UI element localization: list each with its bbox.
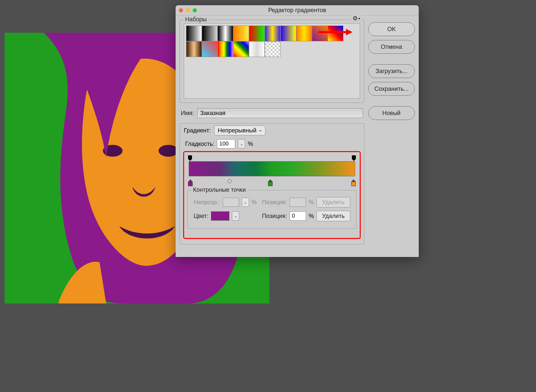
color-position-input[interactable] bbox=[290, 211, 306, 221]
presets-legend: Наборы bbox=[183, 16, 209, 23]
gear-icon[interactable]: ⚙ bbox=[353, 15, 358, 22]
opacity-label: Непрозр.: bbox=[194, 199, 220, 206]
minimize-icon[interactable] bbox=[186, 8, 190, 12]
preset-swatch[interactable] bbox=[233, 41, 249, 57]
load-button[interactable]: Загрузить... bbox=[368, 64, 415, 78]
opacity-delete-button: Удалить bbox=[316, 197, 350, 207]
presets-fieldset: Наборы ⚙ ▾ bbox=[180, 20, 364, 103]
midpoint-marker[interactable] bbox=[227, 179, 232, 184]
opacity-input bbox=[223, 198, 239, 207]
opacity-stop-left[interactable] bbox=[187, 155, 193, 161]
gradient-highlight: Контрольные точки Непрозр.: ⌄ % Позиция:… bbox=[183, 151, 361, 239]
new-button[interactable]: Новый bbox=[368, 106, 415, 120]
preset-swatch[interactable] bbox=[186, 41, 202, 57]
smoothness-input[interactable] bbox=[217, 139, 235, 148]
presets-list[interactable] bbox=[184, 23, 360, 99]
control-points-fieldset: Контрольные точки Непрозр.: ⌄ % Позиция:… bbox=[187, 190, 356, 229]
save-button[interactable]: Сохранить... bbox=[368, 82, 415, 96]
gradient-fieldset: Градиент: Непрерывный Гладкость: ⌄ % bbox=[180, 123, 364, 245]
preset-swatch[interactable] bbox=[218, 26, 233, 41]
name-label: Имя: bbox=[181, 110, 194, 117]
titlebar: Редактор градиентов bbox=[176, 5, 419, 16]
dialog-title: Редактор градиентов bbox=[176, 7, 419, 14]
preset-swatch[interactable] bbox=[328, 26, 343, 41]
preset-swatch[interactable] bbox=[249, 26, 265, 41]
smoothness-unit: % bbox=[248, 141, 253, 147]
preset-swatch[interactable] bbox=[186, 26, 202, 41]
gradient-type-select[interactable]: Непрерывный bbox=[214, 126, 265, 135]
color-label: Цвет: bbox=[194, 213, 208, 220]
color-swatch[interactable] bbox=[211, 211, 229, 221]
color-stop-1[interactable] bbox=[187, 179, 193, 186]
preset-swatch[interactable] bbox=[296, 26, 312, 41]
preset-swatch[interactable] bbox=[233, 26, 249, 41]
gradient-editor-dialog: Редактор градиентов Наборы ⚙ ▾ Имя: Град bbox=[176, 5, 419, 257]
preset-swatch[interactable] bbox=[202, 26, 218, 41]
color-stop-2[interactable] bbox=[267, 179, 273, 186]
ok-button[interactable]: OK bbox=[368, 22, 415, 36]
color-stop-3[interactable] bbox=[351, 179, 356, 186]
preset-swatch[interactable] bbox=[312, 26, 328, 41]
opacity-position-unit: % bbox=[309, 199, 314, 206]
preset-swatch[interactable] bbox=[218, 41, 233, 57]
gradient-bar[interactable] bbox=[189, 161, 355, 176]
preset-swatch[interactable] bbox=[265, 41, 280, 57]
svg-point-2 bbox=[159, 145, 178, 157]
preset-swatch[interactable] bbox=[249, 41, 265, 57]
color-position-label: Позиция: bbox=[262, 213, 287, 220]
control-points-legend: Контрольные точки bbox=[191, 186, 248, 193]
opacity-unit: % bbox=[252, 199, 257, 206]
cancel-button[interactable]: Отмена bbox=[368, 40, 415, 54]
smoothness-dropdown[interactable]: ⌄ bbox=[238, 139, 245, 148]
opacity-position-input bbox=[290, 198, 306, 207]
opacity-dropdown: ⌄ bbox=[242, 198, 249, 207]
preset-swatch[interactable] bbox=[280, 26, 296, 41]
color-position-unit: % bbox=[309, 213, 314, 220]
preset-swatch[interactable] bbox=[202, 41, 218, 57]
opacity-stop-right[interactable] bbox=[351, 155, 356, 161]
close-icon[interactable] bbox=[179, 8, 183, 12]
smoothness-label: Гладкость: bbox=[185, 141, 214, 147]
color-delete-button[interactable]: Удалить bbox=[316, 211, 350, 221]
opacity-position-label: Позиция: bbox=[262, 199, 287, 206]
window-controls bbox=[179, 8, 197, 12]
maximize-icon[interactable] bbox=[193, 8, 197, 12]
color-dropdown[interactable]: ⌄ bbox=[232, 211, 239, 221]
name-input[interactable] bbox=[197, 108, 363, 118]
gradient-type-label: Градиент: bbox=[184, 127, 211, 134]
gear-dropdown-icon[interactable]: ▾ bbox=[358, 17, 360, 20]
gradient-bar-area[interactable] bbox=[187, 155, 356, 186]
preset-swatch[interactable] bbox=[265, 26, 280, 41]
